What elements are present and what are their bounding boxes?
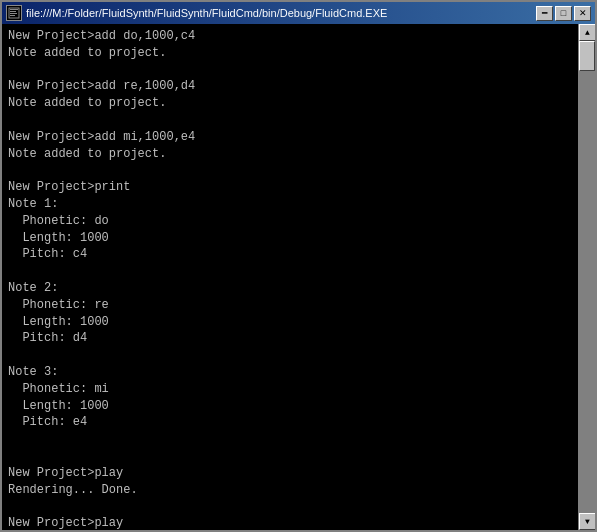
app-icon: [6, 5, 22, 21]
scroll-track[interactable]: [579, 41, 595, 513]
title-bar: file:///M:/Folder/FluidSynth/FluidSynth/…: [2, 2, 595, 24]
title-bar-left: file:///M:/Folder/FluidSynth/FluidSynth/…: [6, 5, 387, 21]
scroll-thumb[interactable]: [579, 41, 595, 71]
svg-rect-2: [10, 11, 16, 12]
scroll-down-button[interactable]: ▼: [579, 513, 595, 530]
minimize-button[interactable]: ━: [536, 6, 553, 21]
maximize-button[interactable]: □: [555, 6, 572, 21]
svg-rect-4: [10, 15, 15, 16]
terminal-output[interactable]: New Project>add do,1000,c4 Note added to…: [2, 24, 578, 530]
scrollbar: ▲ ▼: [578, 24, 595, 530]
window-controls: ━ □ ✕: [536, 6, 591, 21]
main-window: file:///M:/Folder/FluidSynth/FluidSynth/…: [0, 0, 597, 532]
window-title: file:///M:/Folder/FluidSynth/FluidSynth/…: [26, 7, 387, 19]
svg-rect-3: [10, 13, 17, 14]
close-button[interactable]: ✕: [574, 6, 591, 21]
svg-rect-1: [10, 9, 18, 10]
terminal-container: New Project>add do,1000,c4 Note added to…: [2, 24, 595, 530]
scroll-up-button[interactable]: ▲: [579, 24, 595, 41]
